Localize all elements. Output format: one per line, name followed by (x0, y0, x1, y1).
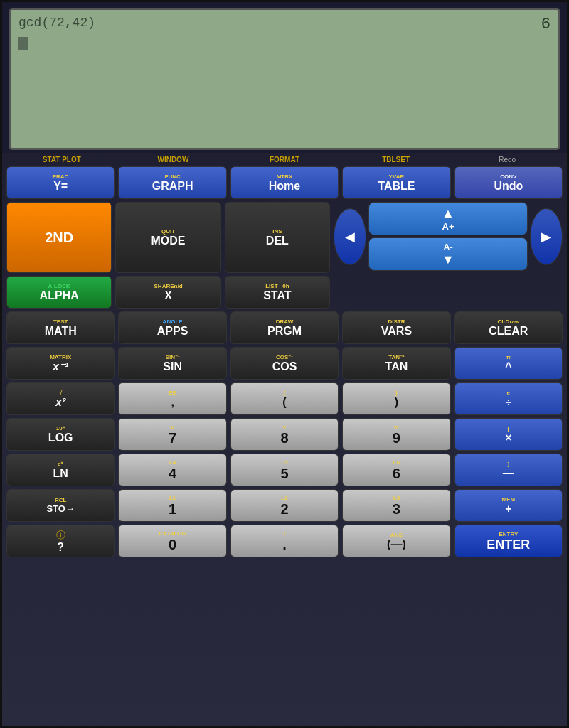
cos-button[interactable]: COS⁻¹ COS (230, 347, 339, 380)
arrow-right-icon (541, 229, 551, 245)
math-button[interactable]: TEST MATH (6, 311, 115, 344)
arrow-left-icon (345, 229, 355, 245)
label-tblset: TBLSET (342, 156, 450, 164)
table-button[interactable]: YVAR TABLE (342, 166, 450, 199)
button-section: STAT PLOT WINDOW FORMAT TBLSET Redo FRAC… (2, 153, 567, 726)
negate-button[interactable]: ANS (—) (342, 525, 450, 557)
nav-left-button[interactable] (334, 208, 366, 265)
0-button[interactable]: CATALOG 0 (118, 525, 226, 557)
enter-button[interactable]: ENTRY ENTER (454, 525, 563, 557)
7-button[interactable]: u 7 (118, 418, 226, 451)
3-button[interactable]: L3 3 (342, 489, 450, 522)
rparen-button[interactable]: } ) (342, 382, 450, 415)
graph-button[interactable]: FUNC GRAPH (118, 166, 226, 199)
undo-button[interactable]: CONV Undo (454, 166, 563, 199)
8-button[interactable]: v 8 (230, 418, 339, 451)
caret-button[interactable]: π ^ (454, 347, 563, 380)
home-button[interactable]: MTRX Home (230, 166, 339, 199)
apps-button[interactable]: ANGLE APPS (118, 311, 226, 344)
clear-button[interactable]: ClrDraw CLEAR (454, 311, 563, 344)
vars-button[interactable]: DISTR VARS (342, 311, 450, 344)
4-button[interactable]: L4 4 (118, 454, 226, 486)
sin-button[interactable]: SIN⁻¹ SIN (118, 347, 226, 380)
screen-result: 6 (541, 16, 551, 33)
screen: gcd(72,42) 6 (9, 8, 560, 150)
screen-area: gcd(72,42) 6 (2, 2, 567, 153)
multiply-button[interactable]: [ × (454, 418, 563, 451)
screen-cursor (18, 37, 28, 50)
6-button[interactable]: L6 6 (342, 454, 450, 486)
calculator: gcd(72,42) 6 STAT PLOT WINDOW FORMAT TBL… (0, 0, 569, 728)
screen-expression: gcd(72,42) (18, 16, 95, 30)
nav-down-button[interactable]: A- ▼ (368, 237, 528, 271)
mode-button[interactable]: QUIT MODE (115, 202, 220, 273)
sto-button[interactable]: RCL STO→ (6, 489, 115, 522)
y-equals-button[interactable]: FRAC Y= (6, 166, 115, 199)
label-statplot: STAT PLOT (8, 156, 116, 164)
del-button[interactable]: INS DEL (225, 202, 330, 273)
xsquared-button[interactable]: √ x² (6, 382, 115, 415)
alpha-button[interactable]: A-LOCK ALPHA (6, 276, 112, 309)
divide-button[interactable]: e ÷ (454, 382, 563, 415)
decimal-button[interactable]: i . (230, 525, 339, 557)
stat-button[interactable]: LIST 0h STAT (225, 276, 330, 309)
nav-up-button[interactable]: ▲ A+ (368, 202, 528, 235)
tan-button[interactable]: TAN⁻¹ TAN (342, 347, 450, 380)
x-button[interactable]: SHAREn/d X (115, 276, 220, 309)
label-redo: Redo (453, 156, 561, 164)
label-window: WINDOW (119, 156, 228, 164)
comma-button[interactable]: EE , (118, 382, 226, 415)
5-button[interactable]: L5 5 (230, 454, 339, 486)
2-button[interactable]: L2 2 (230, 489, 339, 522)
nav-right-button[interactable] (530, 208, 563, 265)
add-button[interactable]: MEM + (454, 489, 563, 522)
prgm-button[interactable]: DRAW PRGM (230, 311, 339, 344)
ln-button[interactable]: eˣ LN (6, 454, 115, 486)
label-format: FORMAT (230, 156, 339, 164)
log-button[interactable]: 10ˣ LOG (6, 418, 115, 451)
subtract-button[interactable]: ] — (454, 454, 563, 486)
question-button[interactable]: ⓘ ? (6, 525, 115, 557)
9-button[interactable]: w 9 (342, 418, 450, 451)
2nd-button[interactable]: 2ND (6, 202, 112, 273)
xinverse-button[interactable]: MATRIX x⁻¹ (6, 347, 115, 380)
1-button[interactable]: L1 1 (118, 489, 226, 522)
lparen-button[interactable]: { ( (230, 382, 339, 415)
